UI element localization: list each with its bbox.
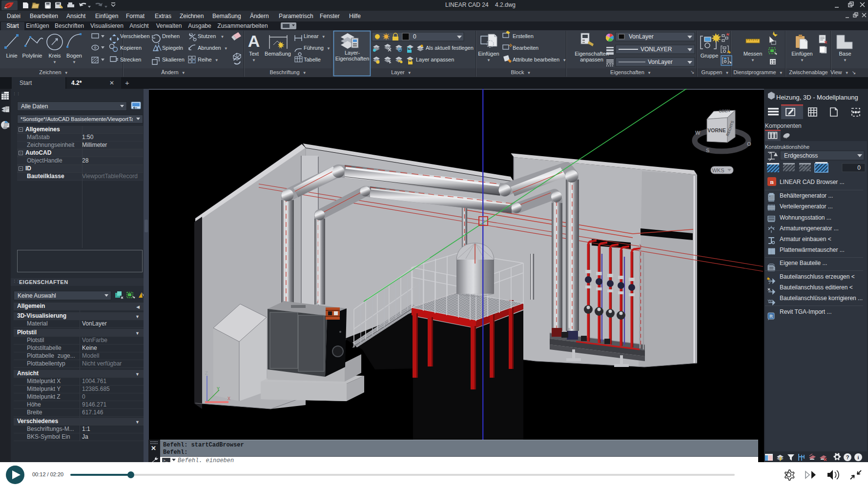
svg-text:00:12 / 02:20: 00:12 / 02:20	[32, 471, 63, 477]
svg-text:W: W	[695, 130, 701, 136]
svg-text:O: O	[747, 141, 751, 147]
svg-text:S: S	[706, 147, 709, 153]
svg-text:VonLayer: VonLayer	[648, 59, 673, 65]
svg-text:OBEN: OBEN	[719, 108, 730, 114]
svg-text:?: ?	[846, 454, 849, 460]
svg-text:n: n	[770, 178, 774, 185]
svg-text:i: i	[857, 454, 859, 460]
svg-text:VonLayer: VonLayer	[629, 33, 654, 40]
svg-text:X: X	[227, 396, 230, 402]
svg-text:VONLAYER: VONLAYER	[641, 46, 672, 53]
svg-text:Y: Y	[217, 386, 220, 392]
svg-text:0: 0	[857, 164, 861, 171]
svg-text:Z: Z	[205, 371, 208, 376]
svg-text:0: 0	[413, 33, 416, 40]
svg-text:WKS: WKS	[712, 167, 724, 173]
svg-text:R: R	[769, 314, 773, 319]
svg-text:A: A	[248, 32, 260, 50]
svg-text:Erdgeschoss: Erdgeschoss	[784, 152, 818, 159]
svg-text:VORNE: VORNE	[707, 127, 725, 133]
